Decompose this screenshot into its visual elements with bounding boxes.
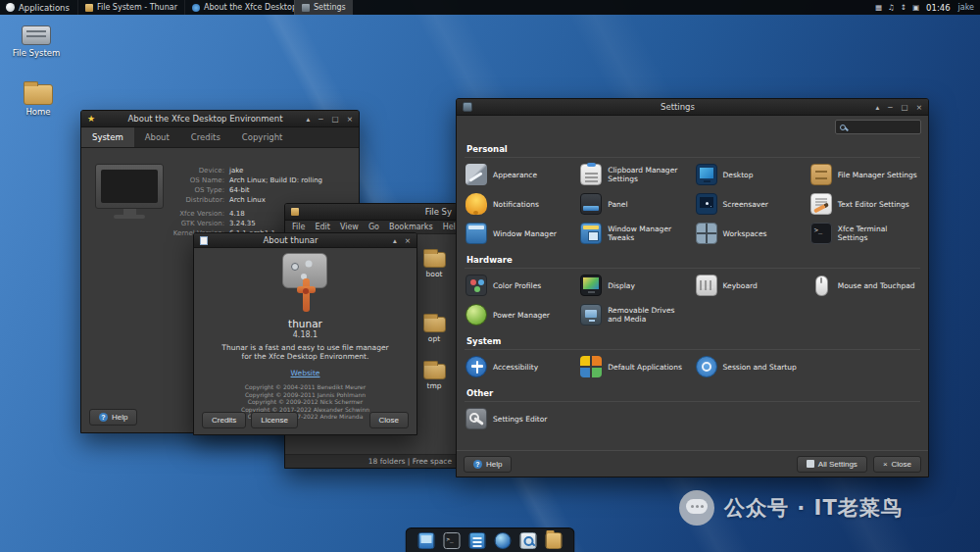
search-input[interactable] bbox=[849, 123, 916, 131]
thunar-titlebar[interactable]: File Sy bbox=[285, 204, 457, 221]
notifications-tray-icon[interactable]: ▣ bbox=[912, 3, 919, 12]
clipboard-icon bbox=[580, 164, 602, 185]
search-box[interactable] bbox=[835, 120, 921, 134]
about-xfce-titlebar[interactable]: ★ About the Xfce Desktop Environment ▴ −… bbox=[81, 111, 359, 127]
display-tray-icon[interactable]: ▦ bbox=[875, 3, 882, 12]
window-manager-icon bbox=[466, 223, 487, 244]
settings-item-power-manager[interactable]: Power Manager bbox=[463, 300, 577, 329]
minimize-icon[interactable]: − bbox=[887, 103, 893, 112]
settings-titlebar[interactable]: Settings ▴ − □ × bbox=[457, 99, 928, 116]
taskbar-button-label: File System - Thunar bbox=[97, 3, 177, 12]
minimize-icon[interactable]: − bbox=[318, 115, 323, 124]
close-icon[interactable]: × bbox=[347, 115, 353, 124]
shade-icon[interactable]: ▴ bbox=[393, 236, 397, 245]
folder-label: opt bbox=[413, 334, 456, 343]
shade-icon[interactable]: ▴ bbox=[876, 103, 880, 112]
maximize-icon[interactable]: □ bbox=[332, 115, 339, 124]
settings-item-text-editor[interactable]: Text Editor Settings bbox=[808, 189, 922, 219]
window-controls: ▴ − □ × bbox=[876, 103, 922, 112]
screensaver-icon bbox=[696, 193, 717, 215]
settings-item-keyboard[interactable]: Keyboard bbox=[693, 271, 808, 300]
settings-manager-icon bbox=[463, 102, 472, 112]
taskbar-button-settings[interactable]: Settings bbox=[294, 0, 353, 15]
settings-item-display[interactable]: Display bbox=[577, 271, 692, 300]
settings-item-accessibility[interactable]: Accessibility bbox=[463, 352, 577, 381]
workspaces-icon bbox=[696, 223, 717, 244]
about-thunar-titlebar[interactable]: About thunar ▴ × bbox=[194, 233, 416, 248]
taskbar-button-thunar[interactable]: File System - Thunar bbox=[77, 0, 184, 15]
tab-system[interactable]: System bbox=[81, 127, 134, 147]
website-link[interactable]: Website bbox=[291, 369, 320, 377]
about-thunar-dialog: About thunar ▴ × thunar 4.18.1 Thunar is… bbox=[193, 232, 417, 435]
software-launcher-icon[interactable] bbox=[469, 532, 486, 549]
all-settings-button[interactable]: All Settings bbox=[797, 456, 867, 473]
help-button[interactable]: ? Help bbox=[89, 409, 137, 426]
taskbar-button-about-xfce[interactable]: About the Xfce Desktop E... bbox=[184, 0, 294, 15]
settings-item-desktop[interactable]: Desktop bbox=[693, 160, 808, 189]
settings-item-notifications[interactable]: Notifications bbox=[463, 189, 577, 219]
menu-view[interactable]: View bbox=[335, 223, 364, 231]
volume-tray-icon[interactable]: ♫ bbox=[888, 3, 895, 12]
info-value: jake bbox=[229, 167, 243, 175]
settings-item-file-manager[interactable]: File Manager Settings bbox=[808, 160, 922, 189]
settings-item-mouse[interactable]: Mouse and Touchpad bbox=[808, 271, 922, 300]
menu-file[interactable]: File bbox=[287, 223, 310, 231]
clock[interactable]: 01:46 bbox=[926, 3, 951, 13]
settings-item-default-applications[interactable]: Default Applications bbox=[577, 352, 692, 381]
credits-button[interactable]: Credits bbox=[202, 412, 246, 428]
settings-item-panel[interactable]: Panel bbox=[577, 189, 692, 219]
settings-item-wm-tweaks[interactable]: Window Manager Tweaks bbox=[577, 219, 692, 248]
appearance-icon bbox=[466, 164, 487, 185]
all-settings-label: All Settings bbox=[818, 460, 858, 469]
tab-about[interactable]: About bbox=[134, 127, 180, 147]
info-label: Device: bbox=[168, 166, 224, 176]
settings-footer: ? Help All Settings × Close bbox=[457, 450, 928, 477]
settings-item-workspaces[interactable]: Workspaces bbox=[693, 219, 808, 248]
terminal-launcher-icon[interactable] bbox=[444, 532, 461, 549]
help-button-label: Help bbox=[112, 413, 127, 422]
settings-item-session-startup[interactable]: Session and Startup bbox=[693, 352, 808, 381]
user-label[interactable]: jake bbox=[958, 3, 974, 12]
license-button[interactable]: License bbox=[251, 412, 298, 428]
xfce-logo-icon bbox=[6, 3, 15, 12]
tab-credits[interactable]: Credits bbox=[180, 127, 231, 147]
settings-item-color-profiles[interactable]: Color Profiles bbox=[463, 271, 577, 300]
settings-item-window-manager[interactable]: Window Manager bbox=[463, 219, 577, 248]
settings-item-label: File Manager Settings bbox=[838, 171, 917, 179]
folder-item-tmp[interactable]: tmp bbox=[413, 364, 456, 390]
menu-go[interactable]: Go bbox=[364, 223, 384, 231]
menu-bookmarks[interactable]: Bookmarks bbox=[384, 223, 438, 231]
settings-item-settings-editor[interactable]: Settings Editor bbox=[463, 404, 577, 433]
file-manager-launcher-icon[interactable] bbox=[546, 532, 563, 549]
settings-item-screensaver[interactable]: Screensaver bbox=[693, 189, 808, 219]
settings-item-label: Display bbox=[608, 281, 635, 290]
web-browser-icon[interactable] bbox=[495, 532, 512, 549]
maximize-icon[interactable]: □ bbox=[902, 103, 908, 112]
app-finder-icon[interactable] bbox=[520, 532, 537, 549]
close-button-label: Close bbox=[892, 460, 911, 469]
settings-item-appearance[interactable]: Appearance bbox=[463, 160, 577, 189]
close-button[interactable]: Close bbox=[369, 412, 409, 428]
folder-item-boot[interactable]: boot bbox=[413, 252, 456, 278]
section-grid-other: Settings Editor bbox=[457, 402, 928, 435]
desktop-icon-file-system[interactable]: File System bbox=[6, 25, 67, 58]
close-icon[interactable]: × bbox=[405, 236, 411, 245]
network-tray-icon[interactable]: ↕ bbox=[901, 3, 906, 12]
menu-edit[interactable]: Edit bbox=[310, 223, 335, 231]
shade-icon[interactable]: ▴ bbox=[307, 115, 311, 124]
close-button[interactable]: × Close bbox=[873, 456, 921, 473]
section-grid-hardware: Color Profiles Display Keyboard Mouse an… bbox=[457, 269, 928, 331]
close-icon[interactable]: × bbox=[916, 103, 922, 112]
tab-copyright[interactable]: Copyright bbox=[231, 127, 294, 147]
settings-item-clipboard-manager[interactable]: Clipboard Manager Settings bbox=[577, 160, 692, 189]
settings-item-label: Desktop bbox=[723, 171, 754, 179]
thunar-logo bbox=[276, 253, 335, 316]
settings-item-label: Mouse and Touchpad bbox=[838, 281, 915, 290]
help-button[interactable]: ? Help bbox=[464, 456, 512, 473]
settings-item-removable-drives[interactable]: Removable Drives and Media bbox=[577, 300, 692, 329]
settings-item-xfce-terminal[interactable]: Xfce Terminal Settings bbox=[808, 219, 922, 248]
desktop-icon-home[interactable]: Home bbox=[8, 84, 69, 117]
applications-menu[interactable]: Applications bbox=[0, 0, 77, 15]
show-desktop-icon[interactable] bbox=[418, 532, 435, 549]
folder-item-opt[interactable]: opt bbox=[413, 317, 456, 343]
